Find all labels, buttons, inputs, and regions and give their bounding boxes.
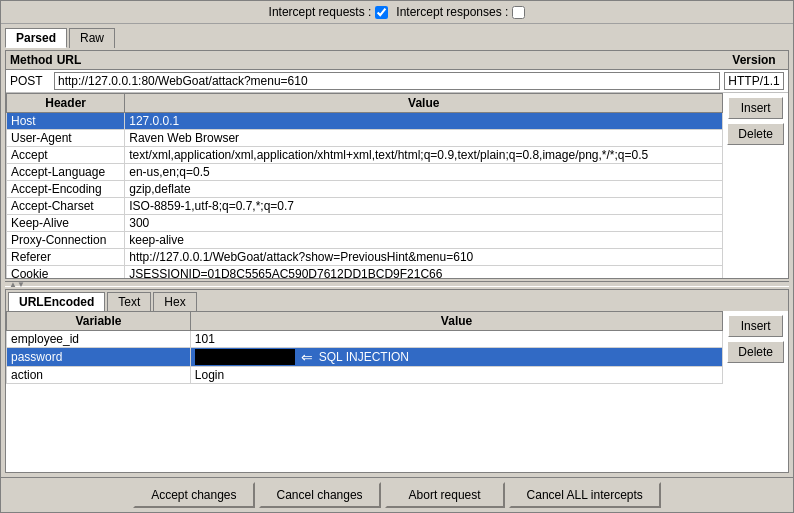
- variable-col-th: Variable: [7, 312, 191, 331]
- header-name-cell: Host: [7, 113, 125, 130]
- version-value: HTTP/1.1: [724, 72, 784, 90]
- resize-dots: ▲▼: [5, 280, 25, 289]
- sql-injection-label: SQL INJECTION: [319, 350, 409, 364]
- header-value-cell: Raven Web Browser: [125, 130, 723, 147]
- lower-content: Variable Value employee_id101password⇐SQ…: [6, 311, 788, 472]
- url-col-header: URL: [57, 53, 720, 67]
- intercept-requests-text: Intercept requests :: [269, 5, 372, 19]
- header-col-th: Header: [7, 94, 125, 113]
- header-value-cell: JSESSIONID=01D8C5565AC590D7612DD1BCD9F21…: [125, 266, 723, 279]
- header-name-cell: Cookie: [7, 266, 125, 279]
- headers-insert-button[interactable]: Insert: [728, 97, 783, 119]
- params-table: Variable Value employee_id101password⇐SQ…: [6, 311, 723, 384]
- upper-panel: Method URL Version POST HTTP/1.1 Header: [5, 50, 789, 279]
- params-side-buttons: Insert Delete: [723, 311, 788, 472]
- header-value-cell: http://127.0.0.1/WebGoat/attack?show=Pre…: [125, 249, 723, 266]
- lower-panel: URLEncoded Text Hex Variable Value: [5, 289, 789, 473]
- header-name-cell: Keep-Alive: [7, 215, 125, 232]
- value-col-th: Value: [125, 94, 723, 113]
- lower-table-wrapper: Variable Value employee_id101password⇐SQ…: [6, 311, 723, 472]
- headers-table: Header Value Host127.0.0.1User-AgentRave…: [6, 93, 723, 278]
- cancel-all-intercepts-button[interactable]: Cancel ALL intercepts: [509, 482, 661, 508]
- content-area: Parsed Raw Method URL Version POST HTTP/…: [1, 24, 793, 477]
- table-row[interactable]: Accept-Encodinggzip,deflate: [7, 181, 723, 198]
- lower-tab-bar: URLEncoded Text Hex: [6, 290, 788, 311]
- tab-raw[interactable]: Raw: [69, 28, 115, 48]
- tab-bar: Parsed Raw: [5, 28, 789, 48]
- header-name-cell: Proxy-Connection: [7, 232, 125, 249]
- headers-table-wrapper: Header Value Host127.0.0.1User-AgentRave…: [6, 93, 723, 278]
- header-value-cell: en-us,en;q=0.5: [125, 164, 723, 181]
- lower-sections: Variable Value employee_id101password⇐SQ…: [6, 311, 788, 472]
- header-value-cell: keep-alive: [125, 232, 723, 249]
- method-value: POST: [10, 74, 50, 88]
- table-row[interactable]: actionLogin: [7, 367, 723, 384]
- header-value-cell: text/xml,application/xml,application/xht…: [125, 147, 723, 164]
- tab-urlencoded[interactable]: URLEncoded: [8, 292, 105, 311]
- intercept-responses-label: Intercept responses :: [396, 5, 525, 19]
- url-input[interactable]: [54, 72, 720, 90]
- header-name-cell: Accept: [7, 147, 125, 164]
- param-variable-cell: employee_id: [7, 331, 191, 348]
- tab-parsed[interactable]: Parsed: [5, 28, 67, 48]
- header-value-cell: 300: [125, 215, 723, 232]
- param-variable-cell: password: [7, 348, 191, 367]
- top-bar: Intercept requests : Intercept responses…: [1, 1, 793, 24]
- intercept-requests-label: Intercept requests :: [269, 5, 389, 19]
- header-name-cell: Accept-Charset: [7, 198, 125, 215]
- table-row[interactable]: CookieJSESSIONID=01D8C5565AC590D7612DD1B…: [7, 266, 723, 279]
- tab-text[interactable]: Text: [107, 292, 151, 311]
- intercept-responses-checkbox[interactable]: [512, 6, 525, 19]
- value-col-th2: Value: [190, 312, 723, 331]
- table-row[interactable]: Accept-Languageen-us,en;q=0.5: [7, 164, 723, 181]
- header-side-buttons: Insert Delete: [723, 93, 788, 278]
- header-name-cell: Accept-Encoding: [7, 181, 125, 198]
- cancel-changes-button[interactable]: Cancel changes: [259, 482, 381, 508]
- method-col-header: Method: [10, 53, 53, 67]
- headers-section: Header Value Host127.0.0.1User-AgentRave…: [6, 93, 788, 278]
- params-delete-button[interactable]: Delete: [727, 341, 784, 363]
- header-name-cell: User-Agent: [7, 130, 125, 147]
- version-col-header: Version: [724, 53, 784, 67]
- table-row[interactable]: Accepttext/xml,application/xml,applicati…: [7, 147, 723, 164]
- table-row[interactable]: Host127.0.0.1: [7, 113, 723, 130]
- table-row[interactable]: User-AgentRaven Web Browser: [7, 130, 723, 147]
- main-container: Intercept requests : Intercept responses…: [0, 0, 794, 513]
- intercept-responses-text: Intercept responses :: [396, 5, 508, 19]
- table-row[interactable]: Keep-Alive300: [7, 215, 723, 232]
- request-data-row: POST HTTP/1.1: [6, 70, 788, 93]
- header-name-cell: Accept-Language: [7, 164, 125, 181]
- param-variable-cell: action: [7, 367, 191, 384]
- table-row[interactable]: Refererhttp://127.0.0.1/WebGoat/attack?s…: [7, 249, 723, 266]
- tab-hex[interactable]: Hex: [153, 292, 196, 311]
- header-name-cell: Referer: [7, 249, 125, 266]
- params-insert-button[interactable]: Insert: [728, 315, 783, 337]
- param-value-cell: ⇐SQL INJECTION: [190, 348, 723, 367]
- table-row[interactable]: employee_id101: [7, 331, 723, 348]
- headers-delete-button[interactable]: Delete: [727, 123, 784, 145]
- sql-password-box: [195, 349, 295, 365]
- resize-handle[interactable]: ▲▼: [5, 281, 789, 287]
- table-row[interactable]: Accept-CharsetISO-8859-1,utf-8;q=0.7,*;q…: [7, 198, 723, 215]
- sql-arrow-icon: ⇐: [301, 349, 313, 365]
- table-row[interactable]: password⇐SQL INJECTION: [7, 348, 723, 367]
- param-value-cell: Login: [190, 367, 723, 384]
- header-value-cell: ISO-8859-1,utf-8;q=0.7,*;q=0.7: [125, 198, 723, 215]
- header-value-cell: gzip,deflate: [125, 181, 723, 198]
- table-row[interactable]: Proxy-Connectionkeep-alive: [7, 232, 723, 249]
- accept-changes-button[interactable]: Accept changes: [133, 482, 254, 508]
- param-value-cell: 101: [190, 331, 723, 348]
- header-value-cell: 127.0.0.1: [125, 113, 723, 130]
- abort-request-button[interactable]: Abort request: [385, 482, 505, 508]
- intercept-requests-checkbox[interactable]: [375, 6, 388, 19]
- column-header-row: Method URL Version: [6, 51, 788, 70]
- bottom-bar: Accept changes Cancel changes Abort requ…: [1, 477, 793, 512]
